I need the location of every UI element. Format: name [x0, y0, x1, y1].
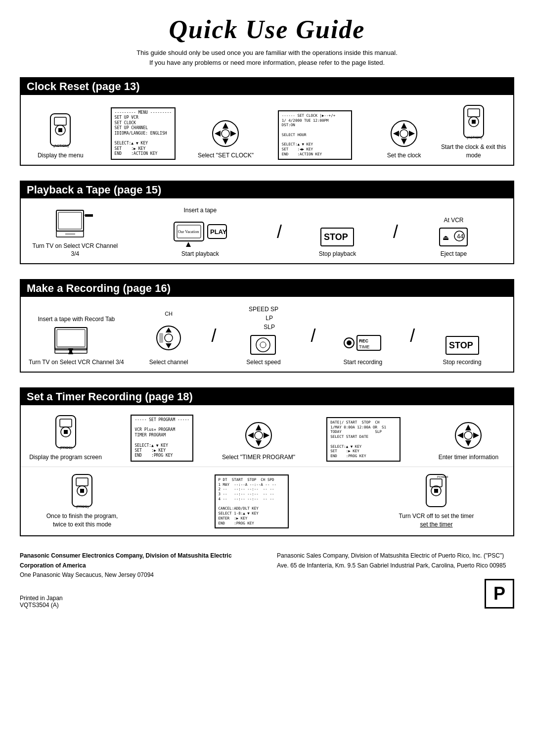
footer: Panasonic Consumer Electronics Company, …: [20, 551, 514, 580]
at-vcr-label: At VCR: [444, 216, 463, 225]
svg-point-54: [347, 340, 352, 345]
speed-label-top: SPEED SP LP SLP: [249, 305, 278, 331]
footer-left: Panasonic Consumer Electronics Company, …: [20, 551, 257, 580]
ch-label-top: CH: [165, 310, 173, 318]
nav-pad-1-icon: [211, 119, 240, 148]
nav-pad-4-icon: [453, 421, 483, 450]
section-timer-title: Set a Timer Recording (page 18): [21, 388, 513, 405]
svg-rect-78: [76, 478, 88, 486]
svg-point-10: [222, 130, 229, 138]
svg-text:PLAY: PLAY: [210, 228, 227, 236]
step-clock-screen: ------ SET CLOCK |▶--+/+ 1/ 4/2000 TUE 1…: [261, 110, 369, 160]
section-recording: Make a Recording (page 16) Insert a tape…: [20, 279, 514, 373]
section-clock-reset: Clock Reset (page 13) (ACTION) Display t…: [20, 77, 514, 166]
step-display-menu: (ACTION) Display the menu: [26, 111, 95, 160]
svg-rect-3: [58, 128, 62, 132]
step-eject: At VCR ⏏ 44 Eject tape: [399, 216, 508, 259]
svg-marker-31: [186, 242, 191, 247]
step-insert-record-tape: Insert a tape with Record Tab Turn TV on…: [26, 315, 127, 367]
timer-screen: DATE|/ START STOP CH 1/MAY 0:00A 12:00A …: [326, 417, 400, 462]
svg-text:44: 44: [457, 233, 464, 240]
svg-text:⏏: ⏏: [443, 234, 449, 241]
svg-text:TIME: TIME: [359, 344, 370, 349]
print-info: Printed in Japan VQTS3504 (A): [20, 595, 63, 609]
turn-vcr-off-label: Turn VCR off to set the timer set the ti…: [399, 512, 474, 529]
svg-rect-18: [468, 109, 480, 117]
svg-marker-66: [256, 425, 262, 430]
section-playback: Playback a Tape (page 15) Turn TV on Sel…: [20, 181, 514, 265]
svg-rect-48: [159, 333, 163, 343]
footer-left-address: One Panasonic Way Secaucus, New Jersey 0…: [20, 570, 257, 580]
svg-marker-73: [465, 440, 471, 446]
start-recording-label: Start recording: [343, 358, 382, 367]
rec-button-icon: REC TIME: [343, 331, 383, 355]
prog-finish-label: Once to finish the program, twice to exi…: [46, 512, 118, 529]
select-channel-label: Select channel: [149, 358, 188, 367]
stop-recording-label: Stop recording: [443, 358, 482, 367]
svg-text:(ACTION): (ACTION): [53, 144, 69, 148]
insert-record-label-bottom: Turn TV on Select VCR Channel 3/4: [29, 358, 124, 367]
section-timer: Set a Timer Recording (page 18) (PROG) D…: [20, 387, 514, 536]
eject-icon: ⏏ 44: [439, 227, 468, 247]
svg-point-16: [400, 130, 408, 138]
page-subtitle: This guide should only be used once you …: [20, 48, 514, 67]
svg-rect-20: [472, 120, 476, 124]
program-screen: ----- SET PROGRAM ----- VCR Plus+ PROGRA…: [131, 415, 193, 462]
svg-marker-7: [222, 139, 228, 144]
svg-marker-67: [256, 440, 262, 446]
page-title: Quick Use Guide: [20, 15, 514, 44]
svg-text:STOP: STOP: [324, 232, 348, 242]
svg-marker-69: [264, 432, 269, 438]
svg-text:REC: REC: [359, 338, 369, 343]
step-timer-list-screen: P DT START STOP CH SPD 1 MAY --:--A --:-…: [148, 474, 355, 529]
svg-point-49: [165, 334, 173, 342]
svg-rect-1: [54, 117, 66, 125]
svg-marker-12: [401, 123, 407, 129]
footer-right-address: Ave. 65 de Infantería, Km. 9.5 San Gabri…: [277, 561, 514, 570]
eject-label: Eject tape: [441, 250, 467, 258]
remote-action-icon: (ACTION): [45, 111, 75, 148]
svg-marker-68: [248, 432, 254, 438]
display-program-label: Display the program screen: [29, 453, 102, 462]
remote-action-2-icon: (ACTION): [459, 103, 489, 140]
step-insert-play: Insert a tape Our Vacation PLAY Start pl…: [125, 206, 276, 259]
slash-5: /: [410, 305, 415, 367]
svg-text:Our Vacation: Our Vacation: [178, 230, 199, 234]
select-speed-label: Select speed: [246, 358, 280, 367]
svg-rect-41: [57, 330, 85, 347]
svg-text:POWER: POWER: [437, 475, 448, 478]
step-prog-finish: (PROG) Once to finish the program, twice…: [26, 472, 138, 529]
svg-point-70: [255, 431, 263, 439]
remote-prog-icon: (PROG): [51, 413, 81, 450]
step-select-set-clock: Select "SET CLOCK": [191, 119, 261, 160]
step-display-program: (PROG) Display the program screen: [26, 413, 105, 462]
footer-left-company: Panasonic Consumer Electronics Company, …: [20, 551, 257, 570]
nav-pad-3-icon: [244, 421, 273, 450]
svg-point-51: [256, 338, 270, 352]
tape-play-icon: Our Vacation PLAY: [173, 217, 227, 247]
remote-prog-2-icon: (PROG): [67, 472, 97, 509]
step-menu-screen: --------- MENU --------- SET UP VCR SET …: [95, 107, 191, 160]
stop-playback-label: Stop playback: [319, 250, 356, 258]
svg-rect-26: [85, 214, 93, 217]
vcr-tv-icon: [55, 209, 95, 239]
set-clock-label: Set the clock: [387, 151, 421, 160]
nav-pad-2-icon: [389, 119, 419, 148]
step-program-screen: ----- SET PROGRAM ----- VCR Plus+ PROGRA…: [105, 415, 219, 462]
menu-screen: --------- MENU --------- SET UP VCR SET …: [111, 107, 176, 160]
section-clock-reset-title: Clock Reset (page 13): [21, 78, 513, 95]
timer-list-screen: P DT START STOP CH SPD 1 MAY --:--A --:-…: [215, 474, 289, 529]
step-enter-timer-info: Enter timer information: [429, 421, 508, 462]
select-clock-label: Select "SET CLOCK": [198, 151, 254, 160]
slash-2: /: [393, 206, 398, 259]
step-select-timer-program: Select "TIMER PROGRAM": [219, 421, 298, 462]
p-badge: P: [485, 579, 514, 609]
start-clock-label: Start the clock & exit this mode: [441, 143, 506, 160]
turn-tv-label: Turn TV on Select VCR Channel 3/4: [28, 242, 123, 259]
svg-rect-40: [55, 328, 87, 350]
step-turn-tv-on: Turn TV on Select VCR Channel 3/4: [26, 209, 125, 259]
slash-4: /: [311, 305, 315, 367]
svg-text:(PROG): (PROG): [76, 505, 89, 509]
svg-rect-61: [60, 419, 72, 427]
svg-marker-15: [409, 131, 415, 137]
